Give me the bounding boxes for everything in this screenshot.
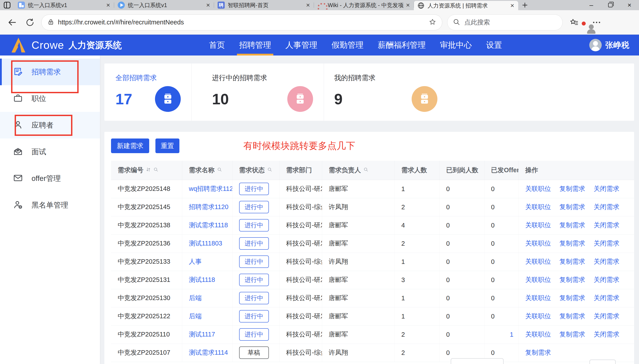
close-need-action[interactable]: 关闭需求 [594, 185, 619, 192]
need-name-link[interactable]: 后端 [189, 312, 202, 320]
offer-count-cell[interactable]: 0 [484, 216, 518, 234]
offer-count-cell[interactable]: 0 [484, 180, 518, 198]
col-header-need-status[interactable]: 需求状态 [232, 161, 279, 180]
address-bar[interactable]: https://hr.croweit.cn/#/hire/recruitment… [41, 14, 442, 30]
back-button[interactable] [6, 16, 19, 29]
link-position-action[interactable]: 关联职位 [525, 185, 551, 192]
need-name-link[interactable]: 人事 [189, 258, 202, 265]
link-position-action[interactable]: 关联职位 [525, 258, 551, 265]
page-size-select[interactable] [451, 358, 503, 364]
close-need-action[interactable]: 关闭需求 [594, 331, 619, 338]
sidebar-item-blacklist[interactable]: 黑名单管理 [0, 192, 100, 218]
column-search-icon[interactable] [363, 166, 369, 174]
close-need-action[interactable]: 关闭需求 [594, 312, 619, 320]
close-window-button[interactable]: × [620, 0, 639, 10]
close-need-action[interactable]: 关闭需求 [594, 258, 619, 265]
column-search-icon[interactable] [153, 166, 159, 174]
offer-count-cell[interactable]: 0 [484, 271, 518, 289]
copy-need-action[interactable]: 复制需求 [559, 203, 585, 210]
link-position-action[interactable]: 关联职位 [525, 331, 551, 338]
need-name-link[interactable]: 测试需求1118 [189, 222, 228, 228]
bookmark-star-icon[interactable] [429, 18, 436, 27]
nav-recruitment[interactable]: 招聘管理 [232, 34, 278, 56]
nav-payroll[interactable]: 薪酬福利管理 [371, 34, 433, 56]
nav-attendance[interactable]: 假勤管理 [324, 34, 371, 56]
need-name-link[interactable]: wq招聘需求1120 [189, 185, 232, 192]
link-position-action[interactable]: 关联职位 [525, 240, 551, 247]
sidebar-item-recruitment-needs[interactable]: 招聘需求 [0, 58, 100, 85]
copy-need-action[interactable]: 复制需求 [559, 294, 585, 302]
tab-close-icon[interactable]: × [405, 2, 411, 8]
tab-close-icon[interactable]: × [205, 2, 211, 8]
need-name-link[interactable]: 测试1118 [189, 276, 215, 283]
close-need-action[interactable]: 关闭需求 [594, 240, 619, 247]
link-position-action[interactable]: 关联职位 [525, 294, 551, 302]
need-status-cell: 进行中 [232, 252, 279, 271]
favorites-button[interactable] [567, 16, 580, 29]
close-need-action[interactable]: 关闭需求 [594, 294, 619, 302]
browser-tab-2[interactable]: 统一入口系统v1 × [114, 0, 214, 10]
nav-personnel[interactable]: 人事管理 [278, 34, 324, 56]
need-name-link[interactable]: 测试需求1114 [189, 349, 228, 356]
browser-tab-3[interactable]: 聘 智联招聘网-首页 × [214, 0, 314, 10]
close-need-action[interactable]: 关闭需求 [594, 203, 619, 210]
need-owner-cell: 许凤翔 [322, 252, 395, 271]
need-name-link[interactable]: 测试1117 [189, 331, 215, 338]
offer-count-cell[interactable]: 0 [484, 252, 518, 271]
copy-need-action[interactable]: 复制需求 [559, 312, 585, 320]
nav-settings[interactable]: 设置 [479, 34, 509, 56]
col-header-need-owner[interactable]: 需求负责人 [322, 161, 395, 180]
close-need-action[interactable]: 关闭需求 [594, 276, 619, 283]
link-position-action[interactable]: 关联职位 [525, 222, 551, 228]
column-search-icon[interactable] [267, 166, 272, 174]
tab-close-icon[interactable]: × [105, 2, 111, 8]
link-position-action[interactable]: 复制需求 [525, 349, 551, 356]
need-name-link[interactable]: 测试111803 [189, 240, 222, 247]
stat-my-needs[interactable]: 我的招聘需求 9 [324, 64, 448, 121]
stat-all-needs[interactable]: 全部招聘需求 17 [104, 64, 191, 121]
sort-icon[interactable] [146, 166, 151, 174]
browser-tab-active[interactable]: 人力资源系统 | 招聘需求 × [414, 1, 518, 10]
tab-close-icon[interactable]: × [305, 2, 311, 8]
minimize-button[interactable]: – [582, 0, 601, 10]
offer-count-cell[interactable]: 0 [484, 289, 518, 307]
new-tab-button[interactable] [518, 0, 531, 10]
restore-button[interactable] [601, 0, 620, 10]
page-jump-input[interactable] [589, 360, 616, 364]
stat-ongoing-needs[interactable]: 进行中的招聘需求 10 [191, 64, 324, 121]
browser-tab-1[interactable]: 统一入口系统v1 × [14, 0, 114, 10]
refresh-button[interactable] [24, 16, 37, 29]
copy-need-action[interactable]: 复制需求 [559, 276, 585, 283]
sidebar-item-applicants[interactable]: 应聘者 [0, 112, 100, 138]
offer-count-cell[interactable]: 0 [484, 234, 518, 252]
close-need-action[interactable]: 关闭需求 [594, 222, 619, 228]
tab-actions-button[interactable] [0, 0, 14, 10]
offer-count-cell[interactable]: 1 [484, 326, 518, 344]
column-search-icon[interactable] [217, 166, 222, 174]
sidebar-item-offer-management[interactable]: offer管理 [0, 165, 100, 192]
copy-need-action[interactable]: 复制需求 [559, 222, 585, 228]
link-position-action[interactable]: 关联职位 [525, 312, 551, 320]
user-menu[interactable]: 张峥税 [589, 39, 629, 51]
reset-button[interactable]: 重置 [155, 138, 179, 153]
need-name-link[interactable]: 后端 [189, 294, 202, 302]
sidebar-item-interviews[interactable]: 面试 [0, 138, 100, 165]
need-name-link[interactable]: 招聘需求1120 [189, 203, 229, 210]
col-header-need-name[interactable]: 需求名称 [182, 161, 232, 180]
link-position-action[interactable]: 关联职位 [525, 276, 551, 283]
col-header-need-code[interactable]: 需求编号 [111, 161, 182, 180]
browser-tab-4[interactable]: Wiki - 人力资源系统 - 中竞发项 × [314, 0, 414, 10]
search-box[interactable]: 点此搜索 [447, 14, 563, 30]
offer-count-cell[interactable]: 0 [484, 307, 518, 326]
link-position-action[interactable]: 关联职位 [525, 203, 551, 210]
offer-count-cell[interactable]: 0 [484, 198, 518, 216]
copy-need-action[interactable]: 复制需求 [559, 240, 585, 247]
new-need-button[interactable]: 新建需求 [111, 138, 149, 153]
copy-need-action[interactable]: 复制需求 [559, 258, 585, 265]
copy-need-action[interactable]: 复制需求 [559, 185, 585, 192]
nav-approval[interactable]: 审批中心 [433, 34, 479, 56]
nav-home[interactable]: 首页 [202, 34, 232, 56]
sidebar-item-positions[interactable]: 职位 [0, 85, 100, 112]
tab-close-icon[interactable]: × [509, 2, 515, 9]
copy-need-action[interactable]: 复制需求 [559, 331, 585, 338]
